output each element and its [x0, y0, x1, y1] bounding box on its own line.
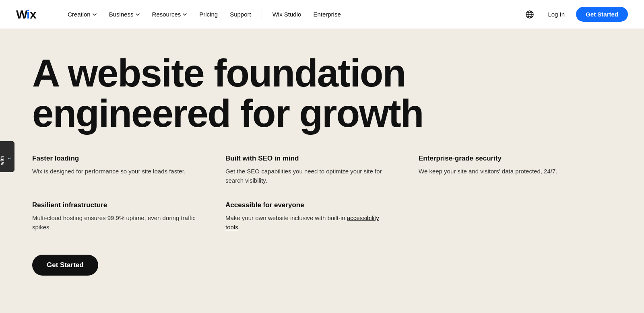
feature-desc-seo: Get the SEO capabilities you need to opt… [225, 167, 394, 185]
hero-section: A website foundation engineered for grow… [0, 29, 644, 313]
nav-item-pricing[interactable]: Pricing [194, 8, 223, 20]
nav-item-wix-studio[interactable]: Wix Studio [268, 8, 306, 20]
feature-desc-security: We keep your site and visitors' data pro… [419, 167, 588, 176]
feature-seo: Built with SEO in mind Get the SEO capab… [225, 154, 394, 185]
nav-item-resources[interactable]: Resources [147, 8, 192, 20]
feature-title-infrastructure: Resilient infrastructure [32, 201, 201, 209]
features-grid: Faster loading Wix is designed for perfo… [32, 154, 588, 232]
created-with-wix-badge[interactable]: Createdwith W i x [0, 141, 14, 172]
feature-desc-accessible: Make your own website inclusive with bui… [225, 213, 394, 232]
log-in-button[interactable]: Log In [541, 8, 571, 21]
feature-title-faster-loading: Faster loading [32, 154, 201, 163]
nav-item-creation[interactable]: Creation [63, 8, 102, 20]
nav-item-support[interactable]: Support [225, 8, 256, 20]
svg-text:x: x [7, 158, 10, 159]
feature-security: Enterprise-grade security We keep your s… [419, 154, 588, 185]
nav-divider [262, 9, 262, 20]
language-selector-button[interactable] [523, 8, 537, 21]
get-started-nav-button[interactable]: Get Started [576, 7, 628, 22]
nav-item-enterprise[interactable]: Enterprise [308, 8, 345, 20]
feature-title-security: Enterprise-grade security [419, 154, 588, 163]
nav-menu: Creation Business Resources [63, 8, 523, 20]
hero-headline: A website foundation engineered for grow… [32, 53, 427, 134]
wix-logo[interactable]: W i x [16, 8, 48, 21]
svg-text:x: x [30, 8, 37, 21]
feature-desc-infrastructure: Multi-cloud hosting ensures 99.9% uptime… [32, 213, 201, 232]
feature-accessible: Accessible for everyone Make your own we… [225, 201, 394, 232]
side-badge-text: Createdwith W i x [0, 148, 11, 165]
chevron-down-icon [182, 12, 187, 17]
chevron-down-icon [92, 12, 97, 17]
globe-icon [525, 10, 534, 19]
main-navigation: W i x Creation Business [0, 0, 644, 29]
feature-desc-faster-loading: Wix is designed for performance so your … [32, 167, 201, 176]
feature-title-accessible: Accessible for everyone [225, 201, 394, 209]
nav-right-actions: Log In Get Started [523, 7, 628, 22]
feature-faster-loading: Faster loading Wix is designed for perfo… [32, 154, 201, 185]
feature-infrastructure: Resilient infrastructure Multi-cloud hos… [32, 201, 201, 232]
get-started-hero-button[interactable]: Get Started [32, 255, 98, 276]
chevron-down-icon [135, 12, 140, 17]
feature-title-seo: Built with SEO in mind [225, 154, 394, 163]
nav-item-business[interactable]: Business [104, 8, 145, 20]
svg-text:W: W [16, 8, 28, 21]
